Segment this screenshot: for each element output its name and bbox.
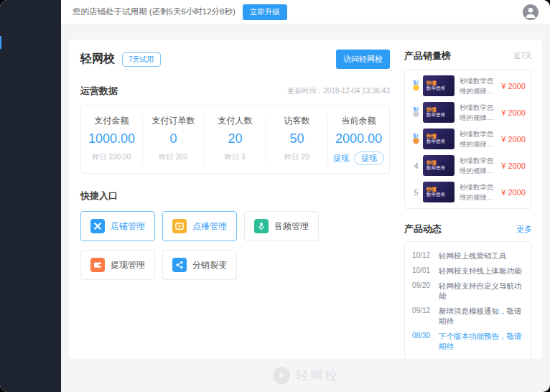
- sidebar-edge-highlight: [0, 36, 1, 49]
- product-price: ¥ 2000: [501, 108, 526, 117]
- quick-entry-distribution[interactable]: 分销裂变: [162, 250, 237, 280]
- video-play-icon: [172, 219, 187, 233]
- quick-entry-shop[interactable]: 店铺管理: [80, 211, 155, 241]
- withdraw-button[interactable]: 提现: [354, 151, 384, 165]
- product-thumbnail: 秒懂数学思维: [423, 155, 455, 176]
- quick-entry-withdraw[interactable]: 提现管理: [80, 250, 155, 280]
- rank-number: 5: [411, 188, 421, 197]
- more-link[interactable]: 更多: [516, 224, 532, 235]
- sales-rank-list: 秒懂数学思维 秒懂数学思维的规律的大声的直播课件等你... ¥ 2000 秒懂数…: [404, 69, 532, 209]
- trial-badge: 7天试用: [122, 52, 161, 67]
- sales-rank-title: 产品销量榜: [404, 50, 451, 62]
- stats-box: 支付金额 1000.00 昨日 200.00 支付订单数 0 昨日 200 支付…: [80, 105, 390, 174]
- withdraw-link[interactable]: 提现: [333, 153, 349, 164]
- product-thumbnail: 秒懂数学思维: [423, 129, 455, 149]
- product-price: ¥ 2000: [501, 188, 526, 197]
- bronze-medal-icon: [411, 134, 421, 144]
- news-row[interactable]: 10/01 轻网校支持线上体验功能: [412, 263, 524, 279]
- news-row[interactable]: 10/12 轻网校上线营销工具: [412, 248, 524, 263]
- quick-entry-vod[interactable]: 点播管理: [162, 211, 237, 241]
- stat-visitor-count: 访客数 50 昨日 20: [266, 115, 328, 165]
- product-news-list: 10/12 轻网校上线营销工具 10/01 轻网校支持线上体验功能 09/20 …: [404, 241, 532, 359]
- news-row[interactable]: 09/12 新增消息模板通知，敬请期待: [412, 304, 524, 329]
- quick-entry-title: 快捷入口: [80, 190, 118, 202]
- product-title: 秒懂数学思维的规律的大声的直播课件等你...: [460, 182, 498, 202]
- rank-number: 4: [411, 162, 421, 170]
- update-time: 更新时间：2018-12-04 13:36:43: [287, 86, 390, 96]
- play-logo-icon: [272, 366, 291, 385]
- stat-payer-count: 支付人数 20 昨日 3: [205, 115, 266, 165]
- visit-school-button[interactable]: 访问轻网校: [336, 50, 390, 69]
- quick-entry-grid: 店铺管理 点播管理 音频管理: [80, 211, 390, 289]
- upgrade-now-button[interactable]: 立即升级: [243, 4, 287, 20]
- product-price: ¥ 2000: [501, 162, 526, 170]
- product-title: 秒懂数学思维的规律的大声的直播课件等你...: [460, 156, 498, 175]
- gold-medal-icon: [411, 80, 421, 91]
- page-title: 轻网校: [80, 52, 115, 67]
- product-price: ¥ 2000: [501, 82, 526, 90]
- news-row-highlighted[interactable]: 08/30 下个版本功能预告，敬请期待: [412, 329, 524, 354]
- shop-icon: [90, 219, 105, 233]
- silver-medal-icon: [411, 107, 421, 118]
- product-title: 秒懂数学思维的规律的大声的直播课件等你...: [460, 103, 498, 122]
- rank-row-3[interactable]: 秒懂数学思维 秒懂数学思维的规律的大声的直播课件等你... ¥ 2000: [411, 126, 526, 152]
- product-title: 秒懂数学思维的规律的大声的直播课件等你...: [460, 129, 498, 149]
- rank-row-4[interactable]: 4 秒懂数学思维 秒懂数学思维的规律的大声的直播课件等你... ¥ 2000: [411, 152, 526, 179]
- top-bar: 您的店铺处于试用期 (还剩5天6小时12分8秒) 立即升级: [61, 0, 550, 24]
- microphone-icon: [254, 219, 269, 233]
- footer-watermark: 轻网校: [69, 359, 542, 392]
- rank-row-2[interactable]: 秒懂数学思维 秒懂数学思维的规律的大声的直播课件等你... ¥ 2000: [411, 99, 526, 126]
- watermark-text: 轻网校: [296, 367, 339, 384]
- product-thumbnail: 秒懂数学思维: [423, 102, 455, 123]
- product-thumbnail: 秒懂数学思维: [423, 182, 455, 202]
- share-icon: [172, 258, 187, 272]
- stat-pay-amount: 支付金额 1000.00 昨日 200.00: [81, 115, 143, 165]
- product-price: ¥ 2000: [501, 135, 526, 144]
- user-avatar[interactable]: [523, 4, 539, 20]
- dashboard-card: 轻网校 7天试用 访问轻网校 运营数据 更新时间：2018-12-04 13:3…: [69, 39, 542, 359]
- product-title: 秒懂数学思维的规律的大声的直播课件等你...: [460, 76, 498, 95]
- product-news-title: 产品动态: [404, 223, 442, 235]
- stat-current-balance: 当前余额 2000.00 提现 提现: [328, 115, 389, 165]
- rank-row-1[interactable]: 秒懂数学思维 秒懂数学思维的规律的大声的直播课件等你... ¥ 2000: [411, 73, 526, 99]
- range-label: 近7天: [513, 51, 532, 61]
- collapsed-sidebar[interactable]: [0, 0, 61, 392]
- app-window: 您的店铺处于试用期 (还剩5天6小时12分8秒) 立即升级 轻网校 7天试用: [0, 0, 550, 392]
- stat-order-count: 支付订单数 0 昨日 200: [143, 115, 205, 165]
- person-icon: [523, 4, 539, 20]
- wallet-icon: [90, 258, 105, 272]
- rank-row-5[interactable]: 5 秒懂数学思维 秒懂数学思维的规律的大声的直播课件等你... ¥ 2000: [411, 179, 526, 205]
- trial-notice: 您的店铺处于试用期 (还剩5天6小时12分8秒): [73, 6, 236, 17]
- quick-entry-audio[interactable]: 音频管理: [244, 211, 319, 241]
- news-row[interactable]: 09/20 轻网校支持自定义导航功能: [412, 279, 524, 304]
- product-thumbnail: 秒懂数学思维: [423, 75, 455, 96]
- operating-data-title: 运营数据: [80, 85, 118, 98]
